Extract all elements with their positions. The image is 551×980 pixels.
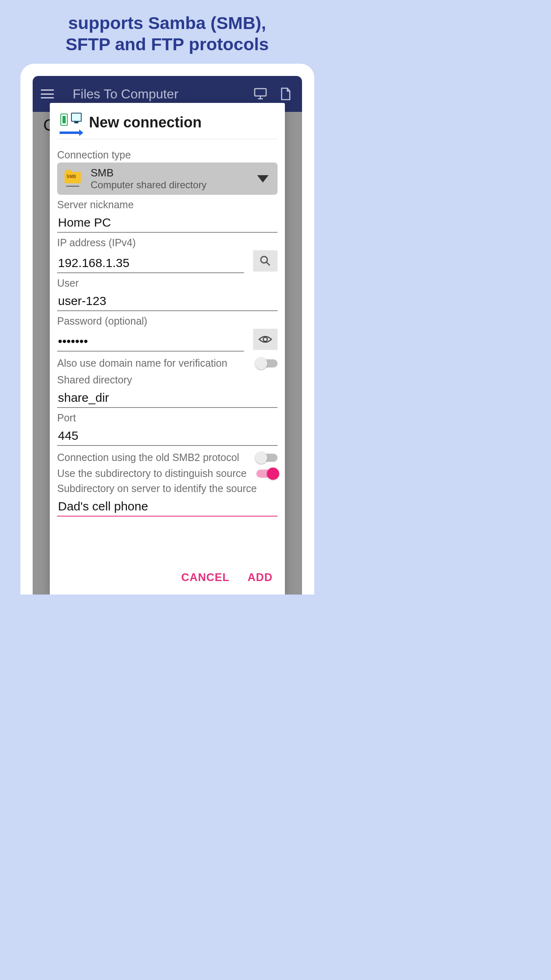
port-label: Port (57, 412, 278, 424)
subdir-toggle-label: Use the subdirectory to distinguish sour… (57, 468, 256, 479)
toggle-password-visibility-button[interactable] (253, 329, 278, 350)
shared-dir-label: Shared directory (57, 374, 278, 386)
password-label: Password (optional) (57, 315, 278, 327)
menu-icon[interactable] (41, 89, 54, 98)
smb2-toggle-label: Connection using the old SMB2 protocol (57, 452, 256, 463)
domain-toggle[interactable] (256, 359, 278, 368)
domain-toggle-label: Also use domain name for verification (57, 357, 256, 369)
connection-type-label: Connection type (57, 149, 278, 161)
smb2-toggle-row: Connection using the old SMB2 protocol (57, 452, 278, 463)
nickname-input[interactable] (57, 212, 278, 233)
subdir-field-label: Subdirectory on server to identify the s… (57, 483, 278, 494)
subdir-toggle-row: Use the subdirectory to distinguish sour… (57, 468, 278, 479)
port-input[interactable] (57, 425, 278, 446)
promo-headline: supports Samba (SMB), SFTP and FTP proto… (0, 0, 334, 55)
dialog-actions: CANCEL ADD (50, 562, 285, 595)
shared-dir-input[interactable] (57, 388, 278, 408)
file-icon[interactable] (278, 87, 293, 101)
svg-point-5 (263, 337, 267, 341)
search-ip-button[interactable] (253, 250, 278, 272)
connection-icon (59, 113, 82, 132)
dialog-title: New connection (89, 114, 202, 131)
computer-icon[interactable] (253, 87, 268, 101)
ip-label: IP address (IPv4) (57, 237, 278, 249)
add-button[interactable]: ADD (248, 571, 273, 584)
promo-line-1: supports Samba (SMB), (0, 12, 334, 33)
svg-point-3 (261, 256, 267, 263)
subdir-input[interactable] (57, 496, 278, 517)
dropdown-texts: SMB Computer shared directory (91, 167, 257, 191)
app-shell: Files To Computer C (33, 76, 302, 595)
connection-type-dropdown[interactable]: SMB SMB Computer shared directory (57, 163, 278, 195)
dialog-header: New connection (50, 103, 285, 139)
new-connection-dialog: New connection Connection type SMB SMB C… (50, 103, 285, 595)
user-input[interactable] (57, 291, 278, 311)
dialog-body: Connection type SMB SMB Computer shared … (50, 139, 285, 562)
promo-line-2: SFTP and FTP protocols (0, 33, 334, 55)
eye-icon (258, 334, 272, 344)
chevron-down-icon (257, 175, 269, 183)
smb-folder-icon: SMB (64, 171, 82, 187)
smb2-toggle[interactable] (256, 454, 278, 462)
search-icon (259, 255, 271, 267)
dropdown-selected-subtitle: Computer shared directory (91, 179, 257, 191)
dropdown-selected-title: SMB (91, 167, 257, 179)
user-label: User (57, 277, 278, 289)
device-frame: Files To Computer C (20, 64, 314, 595)
svg-rect-0 (255, 89, 266, 96)
app-title: Files To Computer (73, 87, 242, 102)
svg-line-4 (267, 262, 270, 265)
domain-toggle-row: Also use domain name for verification (57, 357, 278, 369)
ip-input[interactable] (57, 253, 244, 273)
nickname-label: Server nickname (57, 199, 278, 211)
subdir-toggle[interactable] (256, 470, 278, 478)
password-input[interactable] (57, 331, 244, 352)
cancel-button[interactable]: CANCEL (181, 571, 230, 584)
